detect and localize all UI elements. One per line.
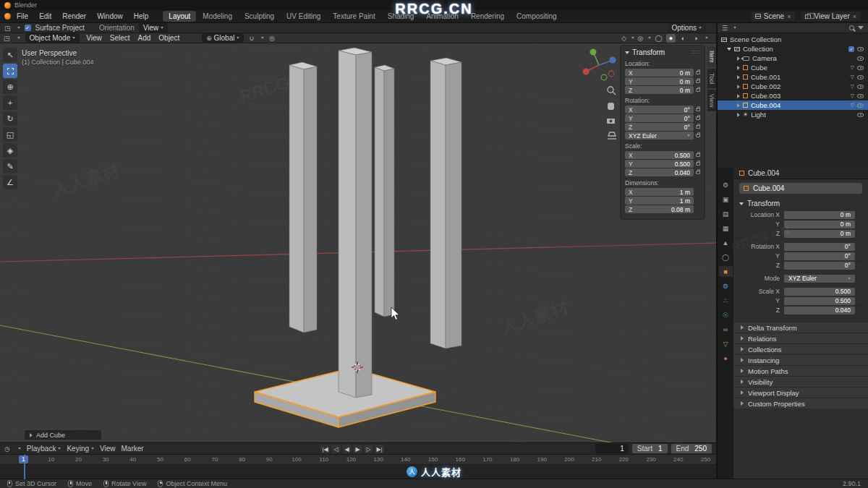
scale-y-field[interactable]: Y0.500	[625, 160, 700, 168]
decorate-dot-icon[interactable]: ·	[855, 307, 862, 314]
gizmo-y-axis-negative[interactable]	[601, 74, 607, 80]
snap-magnet-icon[interactable]: ∪	[249, 35, 254, 42]
dimensions-y-field[interactable]: Y1 m	[625, 197, 700, 205]
playhead-frame-label[interactable]: 1	[19, 455, 28, 463]
timeline-tick[interactable]: 30	[103, 456, 109, 463]
filter-icon[interactable]	[858, 26, 864, 30]
editor-type-icon[interactable]: ◳	[4, 25, 11, 32]
outliner-row-cube[interactable]: Cube ▽	[718, 63, 868, 72]
prop-value[interactable]: 0.040	[784, 307, 855, 314]
workspace-tab-sculpting[interactable]: Sculpting	[239, 11, 280, 22]
timeline-tick[interactable]: 20	[75, 456, 82, 463]
timeline-tick[interactable]: 240	[673, 456, 683, 463]
prop-value[interactable]: 0°	[784, 262, 855, 270]
tool-scale[interactable]: ◱	[3, 127, 17, 142]
shading-material-icon[interactable]: ◐	[678, 34, 688, 43]
timeline-menu-view[interactable]: View	[100, 445, 116, 453]
jump-to-end-button[interactable]: ▶|	[375, 445, 384, 453]
menu-help[interactable]: Help	[129, 11, 154, 22]
timeline-tick[interactable]: 40	[129, 456, 136, 463]
viewport-menu-add[interactable]: Add	[137, 34, 153, 42]
prop-scale-x[interactable]: Scale X 0.500 ·	[739, 287, 862, 296]
proportional-edit-icon[interactable]: ◎	[269, 35, 275, 42]
rotation-mode-dropdown[interactable]: XYZ Euler	[625, 132, 700, 140]
properties-tab-scene[interactable]: ▲	[719, 237, 733, 248]
workspace-tab-rendering[interactable]: Rendering	[465, 11, 510, 22]
play-reverse-button[interactable]: ◀	[342, 445, 352, 453]
outliner-editor-icon[interactable]: ☰	[722, 25, 728, 32]
pillar-mesh-right[interactable]	[430, 58, 461, 348]
prop-value[interactable]: 0 m	[784, 230, 855, 238]
current-frame-field[interactable]: 1	[595, 444, 629, 453]
pillar-mesh-center[interactable]	[339, 48, 372, 398]
workspace-tab-compositing[interactable]: Compositing	[511, 11, 563, 22]
shading-rendered-icon[interactable]: ◑	[691, 34, 700, 43]
timeline-tick[interactable]: 120	[346, 456, 356, 463]
workspace-tab-shading[interactable]: Shading	[382, 11, 420, 22]
properties-tab-modifiers[interactable]: ⚙	[719, 281, 733, 291]
decorate-dot-icon[interactable]: ·	[855, 231, 862, 237]
timeline-tick[interactable]: 150	[428, 456, 438, 463]
view-layer-selector[interactable]: View Layer ×	[801, 12, 861, 21]
lock-icon[interactable]	[696, 171, 700, 174]
tool-rotate[interactable]: ↻	[3, 111, 17, 126]
properties-tab-output[interactable]: ▤	[719, 208, 733, 219]
sidebar-tab-tool[interactable]: Tool	[707, 69, 716, 89]
menu-render[interactable]: Render	[57, 11, 91, 22]
panel-custom-properties[interactable]: Custom Properties	[733, 398, 868, 408]
visibility-eye-icon[interactable]	[857, 47, 864, 51]
viewport-menu-select[interactable]: Select	[109, 34, 132, 42]
expand-icon[interactable]	[737, 66, 740, 70]
dimensions-x-field[interactable]: X1 m	[625, 188, 700, 196]
workspace-tab-layout[interactable]: Layout	[163, 11, 196, 22]
mode-dropdown[interactable]: Object Mode	[25, 33, 80, 43]
timeline-tick[interactable]: 130	[373, 456, 383, 463]
timeline-tick[interactable]: 230	[646, 456, 655, 463]
lock-icon[interactable]	[696, 125, 700, 129]
outliner-row-light[interactable]: ☀ Light	[718, 110, 868, 119]
prop-value[interactable]: 0.500	[784, 297, 855, 305]
panel-collections[interactable]: Collections	[733, 343, 868, 354]
lock-icon[interactable]	[696, 116, 700, 120]
properties-tab-render[interactable]: ▣	[719, 194, 733, 205]
panel-delta-transform[interactable]: Delta Transform	[733, 322, 868, 333]
lock-icon[interactable]	[696, 108, 700, 111]
expand-icon[interactable]	[737, 56, 740, 61]
lock-icon[interactable]	[696, 80, 700, 83]
timeline-tick[interactable]: 180	[510, 456, 519, 463]
jump-to-start-button[interactable]: |◀	[320, 445, 330, 453]
dimensions-z-field[interactable]: Z0.08 m	[625, 205, 700, 213]
timeline-tick[interactable]: 250	[701, 456, 710, 463]
properties-tab-active-tool[interactable]: ⚙	[719, 179, 733, 190]
timeline-track-area[interactable]	[0, 465, 716, 479]
timeline-tick[interactable]: 80	[239, 456, 245, 463]
visibility-eye-icon[interactable]	[857, 103, 864, 108]
lock-icon[interactable]	[696, 153, 700, 157]
expand-icon[interactable]	[737, 75, 740, 80]
pillar-meshes[interactable]	[289, 58, 461, 348]
decorate-dot-icon[interactable]: ·	[855, 275, 862, 282]
location-z-field[interactable]: Z0 m	[625, 86, 700, 94]
navigation-gizmo[interactable]	[583, 49, 616, 80]
lock-icon[interactable]	[696, 162, 700, 166]
timeline-tick[interactable]: 140	[401, 456, 410, 463]
drag-handle-icon[interactable]: ∷∷	[692, 49, 700, 56]
lock-icon[interactable]	[696, 134, 700, 137]
lock-icon[interactable]	[696, 71, 700, 74]
viewport-editor-icon[interactable]: ◳	[4, 35, 10, 42]
scene-unlink-icon[interactable]: ×	[787, 13, 791, 20]
properties-tab-object[interactable]: ■	[719, 266, 733, 277]
prop-rotation-mode[interactable]: Mode XYZ Euler ·	[739, 274, 862, 283]
view-layer-unlink-icon[interactable]: ×	[853, 13, 856, 20]
zoom-icon[interactable]	[608, 87, 616, 95]
visibility-eye-icon[interactable]	[857, 56, 864, 61]
timeline-tick[interactable]: 200	[564, 456, 574, 463]
viewport-canvas[interactable]	[0, 43, 716, 442]
visibility-eye-icon[interactable]	[857, 94, 864, 98]
timeline-tick[interactable]: 160	[456, 456, 465, 463]
shading-wireframe-icon[interactable]: ◯	[654, 34, 663, 43]
pillar-mesh-narrow[interactable]	[375, 65, 394, 317]
tool-move[interactable]: +	[3, 95, 17, 110]
rotation-z-field[interactable]: Z0°	[625, 123, 700, 131]
prop-rotation-y[interactable]: Y 0° ·	[739, 252, 862, 260]
